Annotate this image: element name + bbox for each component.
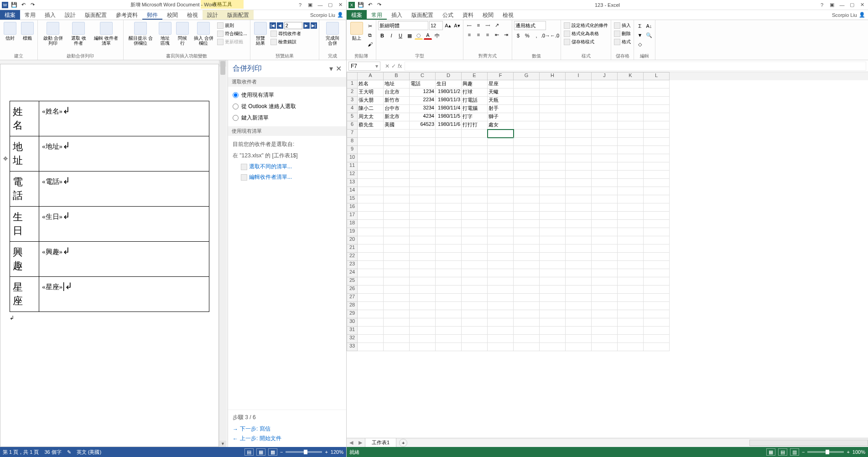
cell[interactable] (436, 253, 462, 261)
row-header[interactable]: 22 (347, 253, 358, 261)
excel-user-label[interactable]: Scorpio Liu 👤 (832, 10, 868, 20)
cell[interactable] (488, 277, 514, 286)
cell[interactable] (566, 277, 592, 286)
cell[interactable] (644, 269, 670, 277)
col-header[interactable]: L (644, 72, 670, 80)
cut-icon[interactable]: ✂ (366, 22, 374, 30)
cell[interactable] (566, 318, 592, 327)
cell[interactable] (514, 269, 540, 277)
cell[interactable] (592, 244, 618, 253)
cell[interactable] (540, 236, 566, 244)
first-record-button[interactable]: |◀ (270, 22, 276, 29)
cell[interactable]: 打球 (462, 88, 488, 97)
name-box[interactable]: F7▾ (348, 62, 380, 71)
cell[interactable] (644, 113, 670, 121)
cell[interactable]: 4234 (410, 113, 436, 121)
cell[interactable] (566, 269, 592, 277)
percent-icon[interactable]: % (523, 31, 531, 40)
cell[interactable] (410, 146, 436, 154)
cell[interactable] (644, 343, 670, 351)
cell[interactable]: 陳小二 (358, 105, 384, 113)
vertical-scrollbar[interactable]: ▲ ▼ (219, 60, 226, 447)
radio-outlook[interactable]: 從 Outlook 連絡人選取 (233, 101, 342, 112)
insert-cells-button[interactable]: 插入 (613, 22, 632, 29)
cell[interactable] (384, 269, 410, 277)
cell[interactable] (358, 335, 384, 343)
cell[interactable] (436, 318, 462, 327)
row-header[interactable]: 9 (347, 146, 358, 154)
cell[interactable] (410, 162, 436, 171)
row-header[interactable]: 16 (347, 203, 358, 212)
cell[interactable] (592, 335, 618, 343)
cell[interactable] (384, 310, 410, 318)
cell[interactable] (618, 138, 644, 146)
cell[interactable] (592, 253, 618, 261)
row-header[interactable]: 31 (347, 327, 358, 335)
cell[interactable] (566, 162, 592, 171)
row-header[interactable]: 20 (347, 236, 358, 244)
cell[interactable]: 天瓶 (488, 97, 514, 105)
cell[interactable] (514, 130, 540, 138)
cell[interactable] (384, 327, 410, 335)
close-icon[interactable]: ✕ (859, 2, 865, 8)
cell[interactable]: 1980/11/5 (436, 113, 462, 121)
cell[interactable] (618, 187, 644, 195)
row-header[interactable]: 27 (347, 294, 358, 302)
cell[interactable] (566, 203, 592, 212)
scroll-down-icon[interactable]: ▼ (219, 441, 226, 447)
status-words[interactable]: 36 個字 (44, 449, 61, 456)
grow-font-icon[interactable]: A▴ (444, 21, 452, 30)
find-recipient-button[interactable]: 尋找收件者 (270, 30, 317, 37)
cell[interactable] (488, 179, 514, 187)
cell[interactable] (514, 179, 540, 187)
cell[interactable] (618, 286, 644, 294)
cell[interactable] (384, 343, 410, 351)
fx-icon[interactable]: fx (398, 63, 402, 69)
cell[interactable] (384, 187, 410, 195)
row-label[interactable]: 姓名 (10, 101, 39, 136)
enter-icon[interactable]: ✓ (391, 63, 396, 69)
cell[interactable] (410, 343, 436, 351)
zoom-out-icon[interactable]: − (280, 449, 283, 455)
cell[interactable] (514, 244, 540, 253)
cell[interactable] (566, 327, 592, 335)
conditional-format-button[interactable]: 設定格式化的條件 (563, 22, 609, 29)
currency-icon[interactable]: $ (514, 31, 522, 40)
cell[interactable] (566, 97, 592, 105)
row-header[interactable]: 26 (347, 286, 358, 294)
cell[interactable] (644, 244, 670, 253)
cell[interactable] (514, 302, 540, 310)
cell[interactable] (384, 228, 410, 236)
cell[interactable] (462, 203, 488, 212)
row-header[interactable]: 15 (347, 195, 358, 203)
align-top-icon[interactable]: ⟝ (465, 21, 473, 29)
cell[interactable] (540, 121, 566, 130)
cell[interactable] (592, 286, 618, 294)
minimize-icon[interactable]: — (839, 2, 845, 8)
row-header[interactable]: 28 (347, 302, 358, 310)
cell[interactable] (488, 195, 514, 203)
merge-field[interactable]: «興趣» (42, 248, 62, 255)
cell[interactable] (410, 187, 436, 195)
cell[interactable] (618, 269, 644, 277)
cell[interactable] (436, 162, 462, 171)
zoom-in-icon[interactable]: + (325, 449, 327, 455)
link-edit-list[interactable]: 編輯收件者清單... (233, 172, 342, 182)
web-layout-icon[interactable]: ▩ (268, 448, 277, 456)
cell[interactable] (410, 179, 436, 187)
cell[interactable]: 周太太 (358, 113, 384, 121)
cell[interactable] (540, 105, 566, 113)
cell[interactable] (644, 154, 670, 162)
preview-results-button[interactable]: 預覽結果 (252, 21, 269, 47)
cell[interactable] (514, 80, 540, 88)
cell[interactable]: 張大朋 (358, 97, 384, 105)
col-header[interactable]: E (462, 72, 488, 80)
radio-use-existing[interactable]: 使用現有清單 (233, 89, 342, 101)
close-icon[interactable]: ✕ (337, 2, 343, 8)
cell[interactable] (488, 261, 514, 269)
prev-step-link[interactable]: ←上一步: 開始文件 (233, 434, 342, 443)
cell[interactable] (514, 121, 540, 130)
cell[interactable] (566, 154, 592, 162)
cell[interactable] (358, 294, 384, 302)
cell[interactable]: 獅子 (488, 113, 514, 121)
